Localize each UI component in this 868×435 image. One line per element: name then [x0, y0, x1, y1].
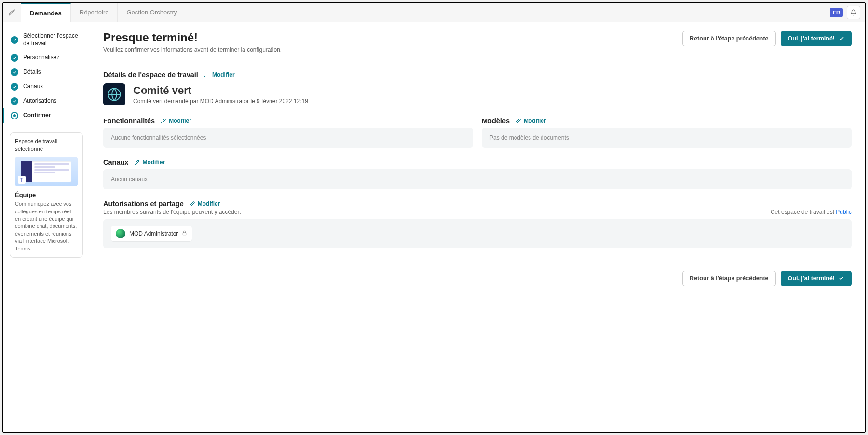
tab-repertoire[interactable]: Répertoire: [71, 3, 118, 22]
header-actions: Retour à l'étape précédente Oui, j'ai te…: [682, 31, 852, 46]
tab-label: Gestion Orchestry: [126, 9, 177, 16]
member-name: MOD Administrator: [129, 230, 178, 237]
pencil-icon: [134, 159, 140, 165]
pencil-icon: [204, 72, 210, 78]
workspace-avatar-icon: [103, 83, 125, 105]
current-step-icon: [11, 112, 18, 119]
topbar-tabs: Demandes Répertoire Gestion Orchestry: [21, 3, 830, 22]
modify-models-link[interactable]: Modifier: [515, 118, 546, 124]
checkmark-icon: [11, 97, 18, 105]
footer-back-button[interactable]: Retour à l'étape précédente: [682, 271, 775, 286]
selected-workspace-card: Espace de travail sélectionné T Équipe C…: [10, 132, 83, 258]
wizard-sidebar: Sélectionner l'espace de travail Personn…: [3, 22, 90, 432]
section-title: Détails de l'espace de travail: [103, 71, 198, 79]
back-button[interactable]: Retour à l'étape précédente: [682, 31, 775, 46]
tab-gestion-orchestry[interactable]: Gestion Orchestry: [118, 3, 186, 22]
svg-rect-1: [183, 233, 186, 235]
checkmark-icon: [839, 276, 844, 281]
modify-features-link[interactable]: Modifier: [161, 118, 191, 124]
checkmark-icon: [11, 68, 18, 76]
button-label: Retour à l'étape précédente: [690, 275, 768, 282]
privacy-link[interactable]: Public: [836, 209, 852, 215]
permissions-section: Autorisations et partage Modifier Les me…: [103, 200, 852, 248]
checkmark-icon: [11, 54, 18, 62]
pencil-icon: [190, 201, 195, 207]
step-label: Canaux: [23, 83, 43, 91]
link-label: Modifier: [212, 71, 235, 78]
card-heading: Espace de travail sélectionné: [15, 138, 78, 153]
features-empty-panel: Aucune fonctionnalités sélectionnées: [103, 128, 473, 148]
tab-label: Répertoire: [80, 9, 109, 16]
channels-empty-panel: Aucun canaux: [103, 169, 852, 189]
privacy-prefix: Cet espace de travail est: [771, 209, 836, 215]
main-layout: Sélectionner l'espace de travail Personn…: [3, 22, 865, 432]
modify-permissions-link[interactable]: Modifier: [190, 200, 220, 207]
step-confirm[interactable]: Confirmer: [3, 108, 90, 123]
link-label: Modifier: [198, 200, 220, 207]
app-logo-icon: [3, 8, 21, 17]
privacy-indicator: Cet espace de travail est Public: [771, 209, 852, 215]
step-label: Sélectionner l'espace de travail: [23, 32, 85, 47]
page-title: Presque terminé!: [103, 31, 282, 44]
button-label: Oui, j'ai terminé!: [788, 275, 835, 282]
topbar: Demandes Répertoire Gestion Orchestry FR: [3, 3, 865, 22]
link-label: Modifier: [142, 159, 165, 166]
models-section: Modèles Modifier Pas de modèles de docum…: [482, 117, 852, 148]
notifications-button[interactable]: [847, 6, 860, 19]
language-selector[interactable]: FR: [830, 8, 843, 17]
models-empty-panel: Pas de modèles de documents: [482, 128, 852, 148]
link-label: Modifier: [169, 118, 191, 124]
features-section: Fonctionnalités Modifier Aucune fonction…: [103, 117, 473, 148]
app-frame: Demandes Répertoire Gestion Orchestry FR…: [2, 2, 866, 433]
workspace-name: Comité vert: [133, 84, 308, 97]
step-label: Confirmer: [23, 112, 51, 119]
step-permissions[interactable]: Autorisations: [3, 94, 90, 108]
modify-channels-link[interactable]: Modifier: [134, 159, 165, 166]
modify-details-link[interactable]: Modifier: [204, 71, 235, 78]
section-title: Modèles: [482, 117, 510, 125]
link-label: Modifier: [524, 118, 546, 124]
section-title: Autorisations et partage: [103, 200, 184, 208]
step-select-workspace[interactable]: Sélectionner l'espace de travail: [3, 29, 90, 51]
step-label: Détails: [23, 68, 41, 76]
avatar-icon: [116, 229, 125, 238]
details-section: Détails de l'espace de travail Modifier …: [103, 71, 852, 105]
step-label: Autorisations: [23, 97, 56, 105]
button-label: Retour à l'étape précédente: [690, 35, 768, 42]
topbar-right: FR: [830, 6, 860, 19]
checkmark-icon: [11, 36, 18, 44]
footer-actions: Retour à l'étape précédente Oui, j'ai te…: [103, 263, 852, 286]
step-label: Personnalisez: [23, 54, 59, 62]
card-description: Communiquez avec vos collègues en temps …: [15, 200, 78, 252]
pencil-icon: [515, 118, 521, 124]
member-chip: MOD Administrator: [111, 226, 192, 241]
done-button[interactable]: Oui, j'ai terminé!: [781, 31, 852, 46]
button-label: Oui, j'ai terminé!: [788, 35, 835, 42]
lock-icon: [182, 230, 187, 237]
tab-label: Demandes: [30, 10, 62, 17]
tab-demandes[interactable]: Demandes: [21, 3, 71, 22]
page-subtitle: Veuillez confirmer vos informations avan…: [103, 46, 282, 53]
channels-section: Canaux Modifier Aucun canaux: [103, 158, 852, 189]
section-title: Fonctionnalités: [103, 117, 155, 125]
permissions-subtitle: Les membres suivants de l'équipe peuvent…: [103, 209, 241, 215]
section-title: Canaux: [103, 158, 128, 166]
content-area: Presque terminé! Veuillez confirmer vos …: [90, 22, 865, 432]
wizard-steps: Sélectionner l'espace de travail Personn…: [3, 29, 90, 123]
page-header: Presque terminé! Veuillez confirmer vos …: [103, 31, 852, 62]
checkmark-icon: [11, 83, 18, 91]
teams-icon: T: [18, 176, 26, 184]
step-details[interactable]: Détails: [3, 65, 90, 79]
workspace-requested-by: Comité vert demandé par MOD Administrato…: [133, 98, 308, 105]
footer-done-button[interactable]: Oui, j'ai terminé!: [781, 271, 852, 286]
checkmark-icon: [839, 36, 844, 41]
pencil-icon: [161, 118, 166, 124]
step-personalize[interactable]: Personnalisez: [3, 51, 90, 65]
step-channels[interactable]: Canaux: [3, 79, 90, 94]
bell-icon: [850, 9, 857, 16]
card-title: Équipe: [15, 191, 78, 198]
workspace-illustration: T: [15, 157, 78, 186]
members-panel: MOD Administrator: [103, 219, 852, 248]
